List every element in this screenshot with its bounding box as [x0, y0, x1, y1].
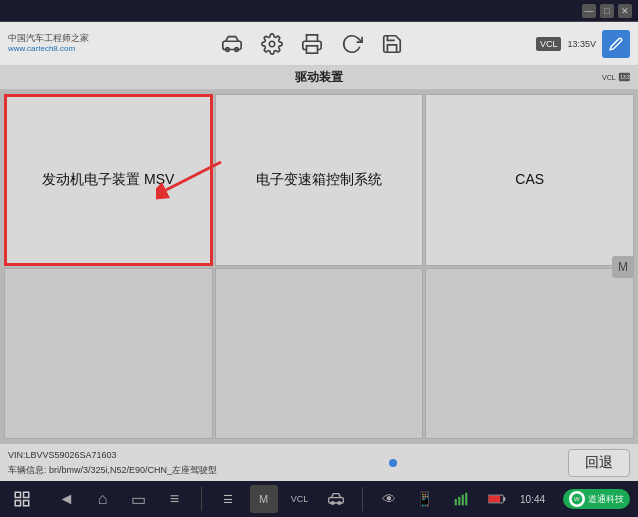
cell-empty3 — [425, 268, 634, 440]
cell-empty1 — [4, 268, 213, 440]
svg-point-3 — [270, 41, 276, 47]
divider — [201, 487, 202, 511]
sub-header-title: 驱动装置 — [295, 69, 343, 86]
svg-rect-18 — [458, 497, 460, 505]
android-settings-btn[interactable] — [8, 485, 36, 513]
eye-btn[interactable]: 👁 — [375, 485, 403, 513]
svg-rect-19 — [461, 495, 463, 506]
app-btn-vcl[interactable]: VCL — [286, 485, 314, 513]
menu-nav-btn[interactable]: ≡ — [161, 485, 189, 513]
minimize-btn[interactable]: — — [582, 4, 596, 18]
back-nav-btn[interactable]: ◄ — [53, 485, 81, 513]
dot-indicator — [389, 459, 397, 467]
vin-label: VIN:LBVVS59026SA71603 — [8, 448, 217, 462]
save-icon-btn[interactable] — [375, 27, 409, 61]
svg-rect-10 — [15, 492, 20, 497]
vin-info: VIN:LBVVS59026SA71603 车辆信息: bri/bmw/3/32… — [8, 448, 217, 477]
android-center-nav: ◄ ⌂ ▭ ≡ ☰ M VCL 👁 📱 — [53, 485, 547, 513]
svg-text:VCL: VCL — [602, 73, 616, 80]
app-btn-car[interactable] — [322, 485, 350, 513]
sub-header-right: VCL 13:35V — [602, 70, 630, 86]
system-grid: 发动机电子装置 MSV 电子变速箱控制系统 CAS — [0, 90, 638, 443]
title-bar: — □ ✕ — [0, 0, 638, 22]
close-btn[interactable]: ✕ — [618, 4, 632, 18]
brand-badge[interactable]: W 道通科技 — [563, 489, 630, 509]
info-bar: VIN:LBVVS59026SA71603 车辆信息: bri/bmw/3/32… — [0, 443, 638, 481]
signal-btn[interactable] — [447, 485, 475, 513]
svg-rect-17 — [454, 499, 456, 505]
logo: 中国汽车工程师之家 www.cartech8.com — [8, 33, 89, 53]
window-controls[interactable]: — □ ✕ — [582, 4, 632, 18]
vcl-right-label: VCL 13:35V — [602, 70, 630, 86]
svg-rect-4 — [307, 45, 318, 52]
recents-nav-btn[interactable]: ▭ — [125, 485, 153, 513]
svg-rect-20 — [465, 493, 467, 506]
svg-rect-12 — [15, 501, 20, 506]
svg-point-16 — [338, 502, 341, 505]
logo-line1: 中国汽车工程师之家 — [8, 33, 89, 44]
app-btn-1[interactable]: ☰ — [214, 485, 242, 513]
app-btn-m[interactable]: M — [250, 485, 278, 513]
toolbar: 中国汽车工程师之家 www.cartech8.com — [0, 22, 638, 66]
svg-text:13:35V: 13:35V — [620, 75, 630, 80]
android-left-controls — [8, 485, 36, 513]
scroll-handle[interactable]: M — [612, 256, 634, 278]
vcl-badge: VCL — [536, 37, 562, 51]
time-badge: 13:35V — [567, 39, 596, 49]
toolbar-right: VCL 13:35V — [536, 30, 630, 58]
logo-line2: www.cartech8.com — [8, 44, 89, 54]
maximize-btn[interactable]: □ — [600, 4, 614, 18]
arrow-indicator — [156, 152, 226, 208]
divider2 — [362, 487, 363, 511]
cell-cas[interactable]: CAS — [425, 94, 634, 266]
main-content: 发动机电子装置 MSV 电子变速箱控制系统 CAS — [0, 90, 638, 443]
svg-line-9 — [166, 162, 221, 190]
print-icon-btn[interactable] — [295, 27, 329, 61]
refresh-icon-btn[interactable] — [335, 27, 369, 61]
svg-rect-11 — [24, 492, 29, 497]
svg-rect-23 — [488, 496, 500, 502]
android-bar: ◄ ⌂ ▭ ≡ ☰ M VCL 👁 📱 — [0, 481, 638, 517]
home-nav-btn[interactable]: ⌂ — [89, 485, 117, 513]
svg-point-15 — [331, 502, 334, 505]
settings-icon-btn[interactable] — [255, 27, 289, 61]
svg-text:W: W — [574, 496, 580, 502]
toolbar-icons — [97, 27, 528, 61]
brand-label: 道通科技 — [588, 493, 624, 506]
car-icon-btn[interactable] — [215, 27, 249, 61]
svg-rect-13 — [24, 501, 29, 506]
cell-empty2 — [215, 268, 424, 440]
vehicle-info: 车辆信息: bri/bmw/3/325i,N52/E90/CHN_左座驾驶型 — [8, 463, 217, 477]
pencil-btn[interactable] — [602, 30, 630, 58]
brand-icon: W — [569, 491, 585, 507]
sub-header: 驱动装置 VCL 13:35V — [0, 66, 638, 90]
android-right[interactable]: W 道通科技 — [563, 489, 630, 509]
back-button[interactable]: 回退 — [568, 449, 630, 477]
battery-btn — [483, 485, 511, 513]
time-display: 10:44 — [519, 485, 547, 513]
phone-btn[interactable]: 📱 — [411, 485, 439, 513]
svg-rect-22 — [503, 497, 505, 501]
cell-transmission[interactable]: 电子变速箱控制系统 — [215, 94, 424, 266]
